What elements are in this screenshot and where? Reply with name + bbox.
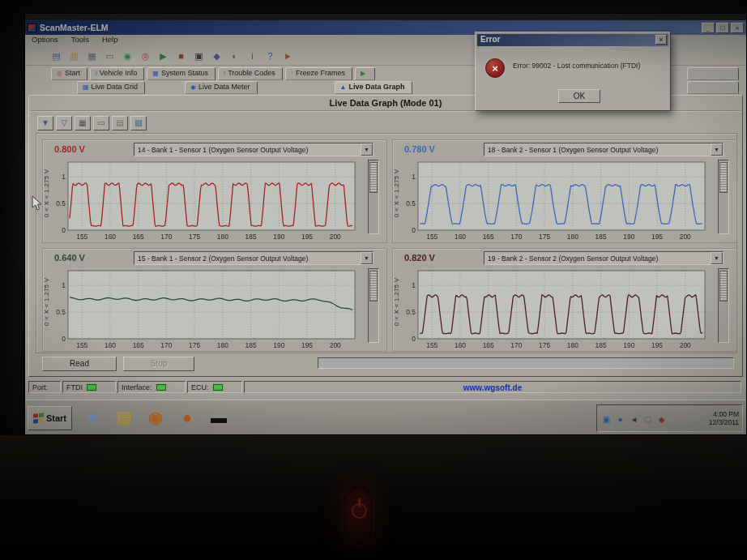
disconnect-icon[interactable]: ◎ (139, 49, 152, 63)
pid-selector-value: 19 - Bank 2 - Sensor 2 (Oxygen Sensor Ou… (484, 254, 711, 263)
chevron-down-icon[interactable]: ▼ (711, 143, 723, 156)
graph-panel-4: 0.820 V 19 - Bank 2 - Sensor 2 (Oxygen S… (392, 248, 737, 352)
ok-button[interactable]: OK (558, 89, 600, 103)
close-button[interactable]: × (731, 23, 744, 33)
car-icon[interactable]: ◆ (210, 49, 224, 63)
screen: ScanMaster-ELM _ □ × OptionsToolsHelp ▤▥… (24, 13, 747, 435)
folder-icon[interactable]: ▤ (112, 405, 136, 430)
scale-slider[interactable] (368, 160, 379, 234)
tab-live-data[interactable]: ▶ (355, 67, 375, 80)
svg-text:200: 200 (330, 341, 341, 349)
filter-icon[interactable]: ▼ (37, 116, 53, 130)
antivirus-icon[interactable]: ◆ (655, 413, 668, 425)
info-icon[interactable]: i (245, 49, 259, 63)
svg-text:180: 180 (567, 233, 578, 241)
scale-slider[interactable] (718, 268, 729, 343)
chip-icon[interactable]: ▣ (192, 49, 206, 63)
pid-selector[interactable]: 19 - Bank 2 - Sensor 2 (Oxygen Sensor Ou… (484, 251, 724, 265)
clock-date: 12/3/2011 (709, 418, 739, 426)
chevron-down-icon[interactable]: ▼ (711, 252, 723, 264)
error-message: Error: 99002 - Lost communication (FTDI) (513, 62, 664, 70)
bezel-shadow (25, 14, 746, 20)
tab-trouble-codes[interactable]: !Trouble Codes (218, 67, 283, 80)
svg-text:155: 155 (426, 341, 438, 349)
internet-explorer-icon[interactable]: e (80, 405, 105, 430)
system-tray: ▣●◄▢◆ 4:00 PM 12/3/2011 (596, 404, 743, 432)
flag-icon[interactable]: ► (281, 49, 295, 63)
pid-selector[interactable]: 14 - Bank 1 - Sensor 1 (Oxygen Sensor Ou… (134, 143, 374, 156)
y-axis-label: 0 < X < 1.275 V (43, 158, 53, 228)
slider-thumb[interactable] (369, 271, 378, 301)
print-icon[interactable]: ▭ (93, 116, 109, 130)
svg-text:155: 155 (76, 341, 88, 349)
pid-selector[interactable]: 18 - Bank 2 - Sensor 1 (Oxygen Sensor Ou… (484, 143, 724, 156)
save-icon[interactable]: ▦ (85, 49, 99, 63)
website-link[interactable]: www.wgsoft.de (463, 383, 522, 392)
slider-thumb[interactable] (719, 271, 728, 301)
maximize-button[interactable]: □ (716, 23, 729, 33)
read-button[interactable]: Read (42, 357, 117, 371)
stop-button[interactable]: Stop (123, 357, 194, 371)
pid-selector[interactable]: 15 - Bank 1 - Sensor 2 (Oxygen Sensor Ou… (134, 251, 374, 265)
svg-text:0: 0 (62, 226, 66, 234)
open-icon[interactable]: ▥ (67, 49, 81, 63)
port-label-panel: Port: (28, 381, 61, 393)
tab-live-data-meter[interactable]: ◉Live Data Meter (185, 81, 258, 94)
tab-live-data-graph[interactable]: ▲Live Data Graph (335, 81, 412, 94)
tab-label: System Status (161, 69, 208, 77)
slider-thumb[interactable] (719, 162, 728, 193)
copy-icon[interactable]: ▤ (112, 116, 128, 130)
start-button[interactable]: Start (28, 406, 72, 430)
svg-text:1: 1 (62, 281, 66, 289)
svg-text:1: 1 (62, 173, 66, 181)
taskbar-clock: 4:00 PM 12/3/2011 (709, 410, 739, 426)
tab-vehicle-info[interactable]: iVehicle Info (90, 67, 144, 80)
svg-text:190: 190 (623, 341, 634, 349)
print-icon[interactable]: ▭ (103, 49, 117, 63)
new-icon[interactable]: ▤ (49, 49, 63, 63)
svg-text:155: 155 (76, 233, 88, 241)
minimize-button[interactable]: _ (702, 23, 715, 33)
menu-item-help[interactable]: Help (102, 35, 118, 44)
gauge-icon[interactable]: ◐ (228, 49, 241, 63)
media-player-icon[interactable]: ◉ (143, 405, 168, 430)
tab-label: Freeze Frames (296, 69, 345, 77)
chevron-down-icon[interactable]: ▼ (361, 252, 373, 264)
display-icon[interactable]: ▢ (642, 413, 654, 425)
tab-live-data-graph-icon: ▲ (340, 83, 347, 91)
help-icon[interactable]: ? (263, 49, 277, 63)
chip-icon[interactable]: ▬ (207, 405, 231, 430)
filter-clear-icon[interactable]: ▽ (56, 116, 72, 130)
y-axis-label: 0 < X < 1.275 V (393, 267, 403, 336)
menu-item-tools[interactable]: Tools (71, 35, 89, 44)
svg-text:165: 165 (133, 341, 144, 349)
report-icon[interactable]: ▧ (130, 116, 147, 130)
slider-thumb[interactable] (369, 162, 378, 193)
scale-slider[interactable] (368, 268, 379, 343)
volume-icon[interactable]: ◄ (628, 413, 640, 425)
tab-far-right-1[interactable] (687, 67, 739, 80)
update-icon[interactable]: ● (614, 413, 626, 425)
dialog-close-button[interactable]: × (655, 35, 667, 45)
tab-far-right-2[interactable] (687, 81, 739, 94)
svg-text:200: 200 (680, 341, 691, 349)
firefox-icon[interactable]: ● (175, 405, 199, 430)
chevron-down-icon[interactable]: ▼ (361, 143, 373, 156)
tab-live-data-grid[interactable]: ▦Live Data Grid (77, 81, 145, 94)
scale-slider[interactable] (718, 160, 729, 234)
read-icon[interactable]: ▶ (156, 49, 170, 63)
port-led (87, 384, 96, 391)
menu-item-options[interactable]: Options (32, 35, 58, 44)
network-icon[interactable]: ▣ (600, 413, 613, 425)
save-icon[interactable]: ▦ (75, 116, 91, 130)
progress-bar[interactable] (318, 357, 734, 369)
tab-start[interactable]: ◎Start (51, 67, 88, 80)
power-button[interactable] (342, 485, 374, 546)
connect-icon[interactable]: ◉ (121, 49, 134, 63)
tab-freeze-frames[interactable]: *Freeze Frames (285, 67, 352, 80)
svg-text:195: 195 (651, 341, 663, 349)
error-dialog-titlebar: Error (477, 34, 668, 46)
stop-icon[interactable]: ■ (174, 49, 188, 63)
tab-system-status[interactable]: ▦System Status (147, 67, 216, 80)
tab-live-data-icon: ▶ (361, 70, 365, 77)
